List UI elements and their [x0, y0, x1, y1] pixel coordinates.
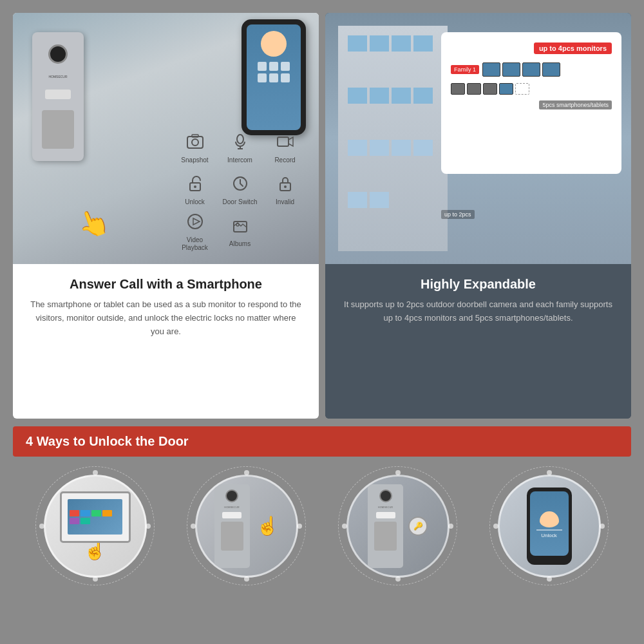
expandable-diagram: up to 4pcs monitors Family 1: [441, 32, 621, 174]
keyfob-img: HOMSECUR 🔑: [348, 477, 448, 576]
svg-point-3: [237, 135, 243, 144]
ou-label-2: HOMSECUR: [224, 506, 239, 509]
dot-right-3: [448, 524, 453, 529]
record-icon: [276, 133, 294, 155]
albums-label: Albums: [229, 240, 251, 248]
phone-screen-content: Unlock: [536, 508, 562, 538]
smartphone-app-img: Unlock: [500, 477, 599, 576]
monitor-4: [542, 62, 560, 77]
right-panel-image: up to 2pcs up to 4pcs monitors Family 1: [325, 13, 631, 264]
icon-snapshot: Snapshot: [174, 129, 216, 167]
phone-icon-5: [269, 73, 278, 82]
phone-icon-6: [281, 73, 290, 82]
ou-camera-3: [379, 489, 392, 502]
monitor-1: [482, 62, 500, 77]
icon-record: Record: [264, 129, 306, 167]
phone-4: [499, 83, 513, 95]
up-to-label: up to 2pcs: [441, 207, 475, 219]
smartphones-label: 5pcs smartphones/tablets: [539, 100, 612, 109]
intercom-label: Intercom: [227, 156, 252, 164]
svg-rect-14: [234, 222, 247, 232]
ou-button-3: [376, 512, 395, 518]
invalid-label: Invalid: [276, 198, 294, 206]
monitor-screen-content: [68, 508, 122, 526]
albums-icon: [231, 216, 249, 238]
smartphone-screen: [247, 24, 301, 130]
circle-doorbell: HOMSECUR ☝️: [187, 466, 306, 585]
phone-icon-2: [269, 62, 278, 71]
banner-text: 4 Ways to Unlock the Door: [26, 434, 189, 449]
top-section: HOMSECUR: [13, 13, 631, 419]
icon-intercom: Intercom: [219, 129, 261, 167]
monitor-3: [522, 62, 540, 77]
left-panel-title: Answer Call with a Smartphone: [29, 277, 303, 292]
monitor-device-1: [60, 491, 131, 543]
phone-2: [467, 83, 481, 95]
svg-point-1: [192, 139, 198, 146]
right-panel-title: Highly Expandable: [341, 277, 615, 292]
circle-inner-1: ☝️: [44, 475, 147, 578]
phone-5-dashed: [515, 83, 529, 95]
phone-face-img: [261, 31, 287, 57]
invalid-icon: [276, 175, 294, 196]
svg-point-11: [284, 185, 287, 188]
monitors-label: up to 4pcs monitors: [534, 43, 612, 54]
dot-top-2: [244, 470, 249, 475]
snapshot-label: Snapshot: [181, 156, 208, 164]
ou-keypad-3: [374, 522, 397, 551]
phone-face-4: [540, 511, 559, 527]
doorbell-press-img: HOMSECUR ☝️: [197, 477, 296, 576]
right-panel-text: Highly Expandable It supports up to 2pcs…: [325, 264, 631, 419]
video-playback-icon: [186, 213, 204, 234]
dot-left-1: [39, 524, 44, 529]
icon-video-playback: Video Playback: [174, 213, 216, 251]
phone-divider: [536, 529, 562, 531]
circle-keyfob: HOMSECUR 🔑: [338, 466, 457, 585]
dot-right-2: [297, 524, 302, 529]
doorbell-camera: [48, 44, 68, 64]
dot-left-3: [342, 524, 347, 529]
circle-smartphone: Unlock: [489, 466, 609, 585]
icon-unlock: Unlock: [174, 171, 216, 209]
unlock-label: Unlock: [185, 198, 205, 206]
finger-press-icon: ☝️: [256, 515, 279, 536]
phone-1: [451, 83, 465, 95]
dot-left-4: [493, 524, 498, 529]
phone-icons-row: [258, 62, 290, 71]
dot-top-1: [93, 470, 98, 475]
circle-outer-2: HOMSECUR ☝️: [187, 466, 306, 585]
svg-rect-0: [187, 137, 203, 148]
dot-top-3: [395, 470, 401, 475]
smartphone: [242, 19, 306, 135]
phone-screen-4: Unlock: [530, 491, 569, 556]
dot-bottom-4: [547, 576, 552, 582]
ou-camera-2: [225, 489, 238, 502]
dot-bottom-2: [244, 576, 249, 582]
icon-grid: Snapshot: [174, 129, 306, 251]
left-panel-image: HOMSECUR: [13, 13, 319, 264]
left-image-bg: HOMSECUR: [13, 13, 319, 264]
dot-bottom-3: [395, 576, 401, 582]
family-label: Family 1: [451, 65, 479, 74]
svg-rect-6: [278, 137, 289, 146]
monitor-screen-1: [68, 499, 122, 535]
icon-albums: Albums: [219, 213, 261, 251]
left-panel-description: The smartphone or tablet can be used as …: [29, 298, 303, 338]
monitor-2: [502, 62, 520, 77]
phone-3: [483, 83, 497, 95]
circle-inner-3: HOMSECUR 🔑: [346, 475, 450, 578]
intercom-icon: [231, 133, 249, 155]
doorbell-keypad: [42, 110, 74, 149]
phone-device-4: Unlock: [527, 488, 572, 565]
door-switch-label: Door Switch: [223, 198, 258, 206]
circle-outer-4: Unlock: [489, 466, 609, 585]
record-label: Record: [274, 156, 295, 164]
circle-outer-3: HOMSECUR 🔑: [338, 466, 457, 585]
door-switch-icon: [231, 175, 249, 196]
ou-button-2: [222, 512, 242, 518]
left-panel: HOMSECUR: [13, 13, 319, 419]
phone-text: Unlock: [541, 533, 556, 538]
icon-invalid: Invalid: [264, 171, 306, 209]
icon-door-switch: Door Switch: [219, 171, 261, 209]
monitors-label-container: up to 4pcs monitors: [451, 42, 612, 59]
